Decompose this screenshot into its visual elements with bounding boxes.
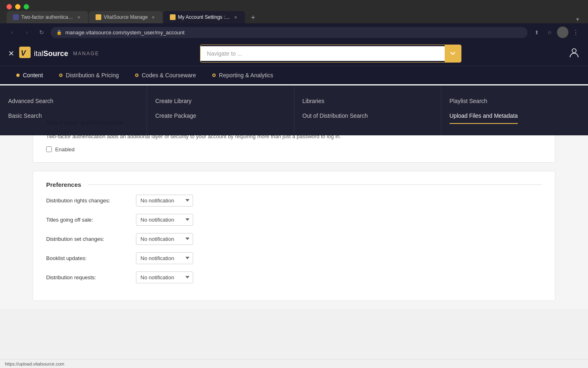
navigate-dropdown-button[interactable] — [445, 45, 461, 62]
preferences-card: Preferences Distribution rights changes:… — [33, 171, 555, 301]
tab-close-3[interactable]: ✕ — [233, 14, 238, 20]
pref-row-titles-off-sale: Titles going off sale: No notification E… — [46, 214, 542, 226]
tab-title-1: Two-factor authentication (2F… — [21, 14, 74, 20]
browser-tab-2[interactable]: VitalSource Manage ✕ — [89, 11, 163, 23]
tab-close-1[interactable]: ✕ — [76, 14, 82, 20]
nav-label-distribution: Distribution & Pricing — [66, 72, 119, 79]
traffic-light-yellow[interactable] — [15, 4, 20, 9]
dropdown-col-search: Advanced Search Basic Search — [0, 85, 147, 135]
back-button[interactable]: ‹ — [7, 27, 18, 38]
browser-chrome: Two-factor authentication (2F… ✕ VitalSo… — [0, 0, 588, 41]
browser-tab-1[interactable]: Two-factor authentication (2F… ✕ — [7, 11, 88, 23]
nav-label-codes: Codes & Courseware — [142, 72, 196, 79]
nav-item-distribution[interactable]: Distribution & Pricing — [51, 66, 127, 84]
traffic-light-green[interactable] — [24, 4, 29, 9]
dropdown-playlist-search[interactable]: Playlist Search — [450, 94, 580, 108]
forward-button[interactable]: › — [21, 27, 33, 38]
tab-favicon-2 — [96, 14, 101, 20]
nav-item-codes[interactable]: Codes & Courseware — [127, 66, 204, 84]
pref-label-titles-off-sale: Titles going off sale: — [46, 217, 136, 223]
status-bar-url: https://upload.vitalsource.com — [5, 361, 65, 366]
pref-row-distribution-rights: Distribution rights changes: No notifica… — [46, 195, 542, 206]
pref-select-distribution-requests[interactable]: No notification Email SMS — [136, 272, 193, 283]
dropdown-advanced-search[interactable]: Advanced Search — [8, 94, 138, 108]
status-bar: https://upload.vitalsource.com — [0, 359, 588, 368]
app-container: ✕ V italSource MANAGE — [0, 41, 588, 309]
enabled-checkbox[interactable] — [46, 146, 52, 152]
tab-close-2[interactable]: ✕ — [150, 14, 156, 20]
chevron-down-icon — [450, 52, 455, 55]
dropdown-basic-search[interactable]: Basic Search — [8, 108, 138, 123]
nav-item-content[interactable]: Content — [8, 66, 51, 84]
nav-menu: Content Distribution & Pricing Codes & C… — [0, 66, 588, 84]
preferences-heading-line — [88, 184, 542, 185]
pref-label-distribution-requests: Distribution requests: — [46, 274, 136, 280]
dropdown-col-playlist: Playlist Search Upload Files and Metadat… — [441, 85, 588, 135]
nav-dot-codes — [135, 74, 138, 77]
app-header: ✕ V italSource MANAGE — [0, 41, 588, 66]
enabled-checkbox-row: Enabled — [46, 146, 542, 153]
navigate-input[interactable] — [200, 46, 445, 61]
dropdown-col-distribution: Libraries Out of Distribution Search — [294, 85, 441, 135]
dropdown-create-library[interactable]: Create Library — [155, 94, 285, 108]
logo-text-manage: MANAGE — [73, 51, 99, 56]
tab-favicon-3 — [170, 14, 176, 20]
pref-row-booklist-updates: Booklist updates: No notification Email … — [46, 252, 542, 264]
dropdown-libraries[interactable]: Libraries — [303, 94, 433, 108]
browser-toolbar: ‹ › ↻ 🔒 manage.vitalsource.com/system_us… — [0, 23, 588, 41]
pref-label-booklist-updates: Booklist updates: — [46, 255, 136, 261]
nav-and-dropdown: Content Distribution & Pricing Codes & C… — [0, 66, 588, 84]
nav-dot-reporting — [212, 74, 216, 77]
pref-row-distribution-set: Distribution set changes: No notificatio… — [46, 233, 542, 245]
dropdown-col-library: Create Library Create Package — [147, 85, 294, 135]
app-close-button[interactable]: ✕ — [8, 49, 14, 58]
pref-label-distribution-set: Distribution set changes: — [46, 236, 136, 242]
dropdown-create-package[interactable]: Create Package — [155, 108, 285, 123]
preferences-card-inner: Preferences Distribution rights changes:… — [33, 171, 555, 301]
browser-tabs-bar: Two-factor authentication (2F… ✕ VitalSo… — [0, 9, 588, 23]
user-account-icon[interactable] — [568, 47, 580, 61]
tab-dropdown-button[interactable]: ▾ — [573, 15, 581, 23]
profile-avatar[interactable] — [557, 27, 568, 38]
more-button[interactable]: ⋮ — [570, 27, 581, 38]
app-logo: V italSource MANAGE — [19, 47, 99, 61]
nav-dot-content — [16, 74, 20, 77]
tab-title-2: VitalSource Manage — [104, 14, 148, 20]
logo-text-vitalsource: italSource — [34, 49, 68, 58]
enabled-label[interactable]: Enabled — [55, 146, 75, 153]
preferences-heading: Preferences — [46, 181, 88, 188]
pref-row-distribution-requests: Distribution requests: No notification E… — [46, 272, 542, 283]
pref-select-distribution-set[interactable]: No notification Email SMS — [136, 233, 193, 245]
logo-icon: V — [19, 47, 31, 61]
svg-point-2 — [572, 49, 576, 53]
nav-label-content: Content — [23, 72, 43, 79]
address-bar: 🔒 manage.vitalsource.com/system_user/my_… — [51, 27, 528, 38]
toolbar-actions: ⬆ ☆ ⋮ — [531, 27, 581, 38]
tab-favicon-1 — [13, 14, 19, 20]
navigate-input-wrapper — [200, 45, 461, 63]
dropdown-upload-files[interactable]: Upload Files and Metadata — [450, 108, 518, 123]
tab-title-3: My Account Settings :: VitalSo… — [178, 14, 230, 20]
pref-label-distribution-rights: Distribution rights changes: — [46, 197, 136, 204]
nav-item-reporting[interactable]: Reporting & Analytics — [204, 66, 281, 84]
new-tab-button[interactable]: + — [247, 12, 259, 23]
preferences-heading-row: Preferences — [46, 181, 542, 188]
header-search — [200, 45, 461, 63]
svg-text:V: V — [21, 49, 27, 57]
bookmark-button[interactable]: ☆ — [544, 27, 555, 38]
browser-tab-3[interactable]: My Account Settings :: VitalSo… ✕ — [163, 11, 245, 23]
dropdown-out-of-distribution[interactable]: Out of Distribution Search — [303, 108, 433, 123]
pref-select-distribution-rights[interactable]: No notification Email SMS — [136, 195, 193, 206]
share-button[interactable]: ⬆ — [531, 27, 542, 38]
pref-select-titles-off-sale[interactable]: No notification Email SMS — [136, 214, 193, 226]
browser-traffic-lights — [0, 0, 588, 9]
lock-icon: 🔒 — [56, 30, 62, 35]
nav-label-reporting: Reporting & Analytics — [219, 72, 273, 79]
pref-select-booklist-updates[interactable]: No notification Email SMS — [136, 252, 193, 264]
address-text: manage.vitalsource.com/system_user/my_ac… — [65, 29, 522, 36]
nav-dropdown-overlay: Advanced Search Basic Search Create Libr… — [0, 85, 588, 135]
traffic-light-red[interactable] — [7, 4, 12, 9]
refresh-button[interactable]: ↻ — [36, 27, 47, 38]
nav-dot-distribution — [59, 74, 62, 77]
